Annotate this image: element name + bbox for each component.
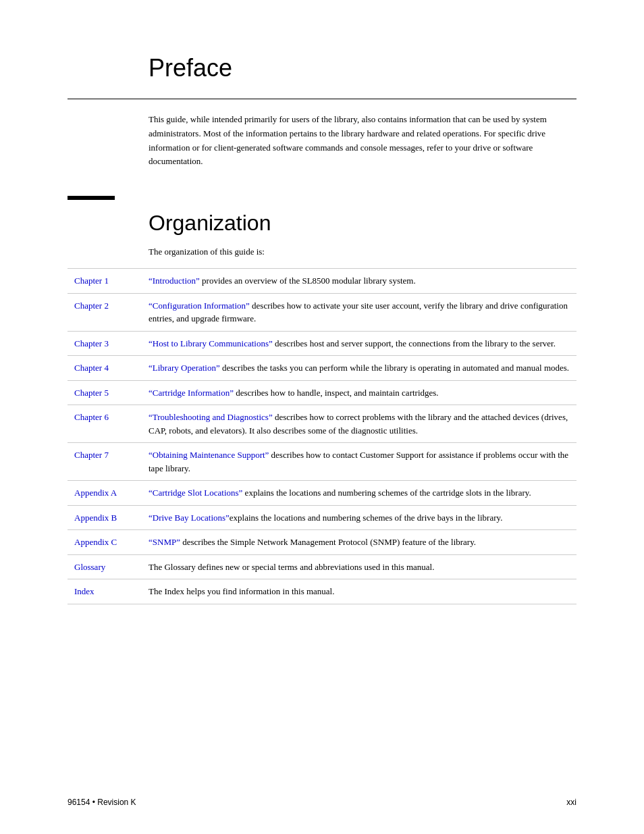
chapter-link[interactable]: “Obtaining Maintenance Support” [149, 450, 269, 460]
chapter-description: “Cartridge Information” describes how to… [142, 380, 576, 405]
chapter-description: “Library Operation” describes the tasks … [142, 356, 576, 381]
chapter-label[interactable]: Chapter 4 [68, 356, 142, 381]
chapter-link[interactable]: “SNMP” [149, 537, 180, 547]
chapter-label[interactable]: Appendix A [68, 481, 142, 506]
table-row: Chapter 7“Obtaining Maintenance Support”… [68, 443, 576, 481]
organization-table: Chapter 1“Introduction” provides an over… [68, 268, 576, 604]
chapter-label[interactable]: Chapter 1 [68, 269, 142, 294]
chapter-link[interactable]: “Library Operation” [149, 363, 220, 373]
preface-title: Preface [149, 54, 576, 82]
footer: 96154 • Revision K xxi [68, 798, 576, 807]
chapter-description: The Glossary defines new or special term… [142, 554, 576, 579]
table-row: Chapter 5“Cartridge Information” describ… [68, 380, 576, 405]
table-row: GlossaryThe Glossary defines new or spec… [68, 554, 576, 579]
chapter-description: “Configuration Information” describes ho… [142, 293, 576, 331]
table-row: Chapter 2“Configuration Information” des… [68, 293, 576, 331]
table-row: Appendix B“Drive Bay Locations”explains … [68, 505, 576, 530]
organization-title: Organization [149, 211, 576, 236]
chapter-label[interactable]: Chapter 5 [68, 380, 142, 405]
chapter-description: “Introduction” provides an overview of t… [142, 269, 576, 294]
table-row: Appendix C“SNMP” describes the Simple Ne… [68, 530, 576, 555]
chapter-description: “Obtaining Maintenance Support” describe… [142, 443, 576, 481]
chapter-label[interactable]: Glossary [68, 554, 142, 579]
chapter-label[interactable]: Chapter 7 [68, 443, 142, 481]
organization-subtitle: The organization of this guide is: [149, 246, 576, 257]
chapter-link[interactable]: “Drive Bay Locations” [149, 513, 230, 523]
chapter-link[interactable]: “Troubleshooting and Diagnostics” [149, 412, 273, 422]
chapter-label[interactable]: Index [68, 579, 142, 604]
chapter-link[interactable]: “Cartridge Information” [149, 388, 234, 398]
top-divider [68, 99, 576, 99]
table-row: Chapter 3“Host to Library Communications… [68, 331, 576, 356]
chapter-label[interactable]: Chapter 3 [68, 331, 142, 356]
chapter-description: “Host to Library Communications” describ… [142, 331, 576, 356]
footer-left: 96154 • Revision K [68, 798, 136, 807]
footer-right: xxi [566, 798, 576, 807]
chapter-description: “Cartridge Slot Locations” explains the … [142, 481, 576, 506]
table-row: Chapter 6“Troubleshooting and Diagnostic… [68, 405, 576, 443]
intro-text: This guide, while intended primarily for… [149, 113, 576, 169]
chapter-label[interactable]: Chapter 2 [68, 293, 142, 331]
chapter-description: “Drive Bay Locations”explains the locati… [142, 505, 576, 530]
table-row: Appendix A“Cartridge Slot Locations” exp… [68, 481, 576, 506]
chapter-link[interactable]: “Configuration Information” [149, 301, 250, 311]
table-row: IndexThe Index helps you find informatio… [68, 579, 576, 604]
chapter-description: “SNMP” describes the Simple Network Mana… [142, 530, 576, 555]
chapter-label[interactable]: Appendix C [68, 530, 142, 555]
chapter-link[interactable]: “Cartridge Slot Locations” [149, 488, 242, 498]
chapter-link[interactable]: “Introduction” [149, 276, 200, 286]
chapter-description: The Index helps you find information in … [142, 579, 576, 604]
table-row: Chapter 1“Introduction” provides an over… [68, 269, 576, 294]
chapter-label[interactable]: Chapter 6 [68, 405, 142, 443]
chapter-description: “Troubleshooting and Diagnostics” descri… [142, 405, 576, 443]
section-marker [68, 196, 115, 200]
chapter-label[interactable]: Appendix B [68, 505, 142, 530]
table-row: Chapter 4“Library Operation” describes t… [68, 356, 576, 381]
chapter-link[interactable]: “Host to Library Communications” [149, 338, 273, 348]
page: Preface This guide, while intended prima… [0, 0, 644, 834]
